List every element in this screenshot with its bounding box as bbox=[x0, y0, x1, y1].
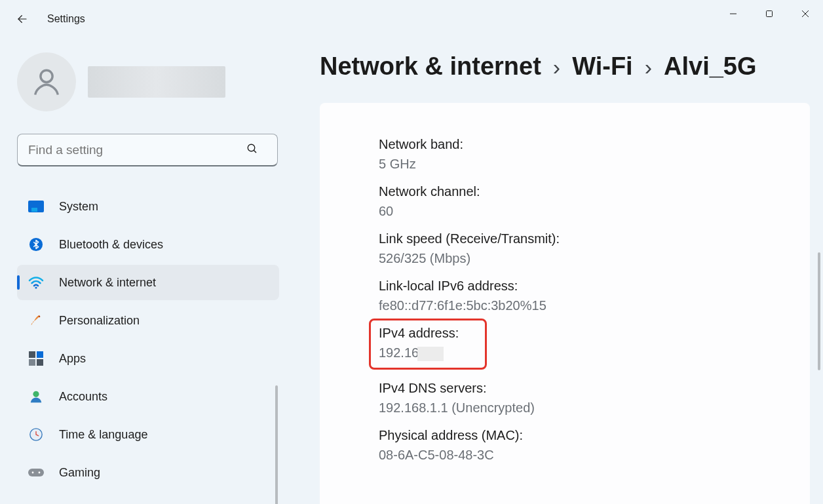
breadcrumb-current: Alvi_5G bbox=[664, 52, 757, 81]
sidebar-item-time[interactable]: Time & language bbox=[17, 417, 279, 452]
svg-rect-18 bbox=[28, 469, 44, 476]
ipv4-visible-part: 192.16 bbox=[379, 345, 419, 360]
prop-ipv6-local: Link-local IPv6 address: fe80::d77:6f1e:… bbox=[379, 276, 771, 315]
chevron-right-icon: › bbox=[553, 54, 560, 80]
main-panel: Network & internet › Wi-Fi › Alvi_5G Net… bbox=[288, 38, 823, 504]
properties-panel: Network band: 5 GHz Network channel: 60 … bbox=[320, 103, 810, 504]
prop-value: 60 bbox=[379, 201, 771, 221]
sidebar-item-label: Apps bbox=[59, 352, 86, 366]
svg-rect-15 bbox=[37, 359, 43, 366]
bluetooth-icon bbox=[28, 236, 45, 253]
prop-value: 08-6A-C5-08-48-3C bbox=[379, 445, 771, 465]
window-controls bbox=[715, 0, 823, 28]
time-icon bbox=[28, 426, 45, 443]
breadcrumb: Network & internet › Wi-Fi › Alvi_5G bbox=[320, 52, 810, 81]
system-icon bbox=[28, 198, 45, 215]
svg-point-19 bbox=[32, 472, 34, 474]
breadcrumb-wifi[interactable]: Wi-Fi bbox=[572, 52, 633, 81]
prop-link-speed: Link speed (Receive/Transmit): 526/325 (… bbox=[379, 229, 771, 268]
prop-label: Network channel: bbox=[379, 182, 771, 201]
titlebar: Settings bbox=[0, 0, 823, 38]
search-box[interactable] bbox=[17, 134, 279, 166]
sidebar-nav: System Bluetooth & devices Networ bbox=[17, 189, 279, 490]
prop-label: IPv4 DNS servers: bbox=[379, 378, 771, 398]
breadcrumb-network[interactable]: Network & internet bbox=[320, 52, 541, 81]
prop-network-band: Network band: 5 GHz bbox=[379, 134, 771, 174]
prop-value: fe80::d77:6f1e:5bc:3b20%15 bbox=[379, 296, 771, 315]
profile-name-redacted bbox=[88, 66, 225, 98]
sidebar-item-label: Gaming bbox=[59, 466, 100, 480]
close-button[interactable] bbox=[787, 0, 823, 28]
sidebar-scrollbar[interactable] bbox=[275, 385, 278, 504]
sidebar-item-gaming[interactable]: Gaming bbox=[17, 455, 279, 490]
sidebar: System Bluetooth & devices Networ bbox=[0, 38, 288, 504]
prop-ipv4-address: IPv4 address: 192.16 bbox=[379, 323, 771, 370]
svg-rect-8 bbox=[31, 208, 37, 212]
prop-value: 192.168.1.1 (Unencrypted) bbox=[379, 398, 771, 417]
sidebar-item-label: Network & internet bbox=[59, 276, 156, 290]
prop-label: Physical address (MAC): bbox=[379, 425, 771, 445]
minimize-button[interactable] bbox=[715, 0, 751, 28]
chevron-right-icon: › bbox=[645, 54, 652, 80]
svg-rect-1 bbox=[766, 11, 772, 17]
prop-label: Link-local IPv6 address: bbox=[379, 276, 771, 296]
back-button[interactable] bbox=[9, 6, 35, 32]
prop-value: 526/325 (Mbps) bbox=[379, 248, 771, 268]
ipv4-redacted-mask bbox=[417, 347, 444, 361]
prop-mac: Physical address (MAC): 08-6A-C5-08-48-3… bbox=[379, 425, 771, 465]
sidebar-item-personalization[interactable]: Personalization bbox=[17, 303, 279, 338]
sidebar-item-system[interactable]: System bbox=[17, 189, 279, 224]
avatar bbox=[17, 52, 76, 111]
svg-point-16 bbox=[33, 391, 39, 397]
main-scrollbar[interactable] bbox=[818, 252, 820, 370]
sidebar-item-label: Time & language bbox=[59, 428, 147, 442]
svg-point-4 bbox=[41, 70, 52, 82]
prop-label: Network band: bbox=[379, 134, 771, 154]
gaming-icon bbox=[28, 464, 45, 481]
prop-ipv4-dns: IPv4 DNS servers: 192.168.1.1 (Unencrypt… bbox=[379, 378, 771, 417]
svg-line-6 bbox=[254, 150, 256, 153]
sidebar-item-network[interactable]: Network & internet bbox=[17, 265, 279, 300]
svg-point-20 bbox=[39, 472, 41, 474]
prop-value-redacted: 192.16 bbox=[379, 343, 444, 362]
profile-block[interactable] bbox=[17, 52, 279, 111]
svg-rect-13 bbox=[37, 351, 43, 358]
search-icon bbox=[246, 143, 258, 158]
prop-label: Link speed (Receive/Transmit): bbox=[379, 229, 771, 248]
svg-point-5 bbox=[248, 144, 255, 151]
sidebar-item-accounts[interactable]: Accounts bbox=[17, 379, 279, 414]
sidebar-item-apps[interactable]: Apps bbox=[17, 341, 279, 376]
sidebar-item-label: Personalization bbox=[59, 314, 140, 328]
prop-value: 5 GHz bbox=[379, 154, 771, 174]
apps-icon bbox=[28, 350, 45, 367]
wifi-icon bbox=[28, 274, 45, 291]
svg-rect-12 bbox=[29, 351, 35, 358]
maximize-button[interactable] bbox=[751, 0, 787, 28]
sidebar-item-bluetooth[interactable]: Bluetooth & devices bbox=[17, 227, 279, 262]
accounts-icon bbox=[28, 388, 45, 405]
svg-point-11 bbox=[39, 316, 41, 318]
prop-network-channel: Network channel: 60 bbox=[379, 182, 771, 221]
search-input[interactable] bbox=[17, 134, 278, 166]
svg-point-10 bbox=[35, 286, 37, 288]
prop-label: IPv4 address: bbox=[379, 323, 771, 343]
svg-rect-14 bbox=[29, 359, 35, 366]
brush-icon bbox=[28, 312, 45, 329]
app-title: Settings bbox=[47, 13, 85, 25]
sidebar-item-label: Bluetooth & devices bbox=[59, 238, 163, 252]
sidebar-item-label: Accounts bbox=[59, 390, 107, 404]
sidebar-item-label: System bbox=[59, 200, 98, 214]
